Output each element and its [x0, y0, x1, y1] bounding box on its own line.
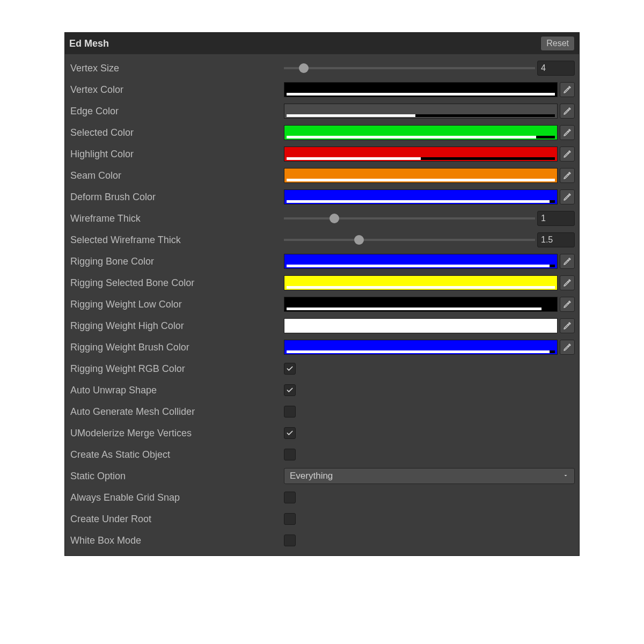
rigging_bone_color-label: Rigging Bone Color — [69, 256, 284, 267]
selected_wireframe_thick-slider[interactable] — [284, 233, 535, 246]
create_under_root-checkbox[interactable] — [284, 513, 296, 525]
wireframe_thick-value[interactable]: 1 — [537, 211, 575, 226]
rigging_weight_rgb-checkbox[interactable] — [284, 363, 296, 375]
selected_wireframe_thick-value[interactable]: 1.5 — [537, 232, 575, 247]
static_option-dropdown-value: Everything — [290, 471, 333, 481]
deform_brush_color-label: Deform Brush Color — [69, 192, 284, 203]
seam_color-label: Seam Color — [69, 170, 284, 181]
always_enable_grid_snap-label: Always Enable Grid Snap — [69, 492, 284, 503]
rigging_weight_rgb-label: Rigging Weight RGB Color — [69, 363, 284, 375]
auto_unwrap_shape-checkbox[interactable] — [284, 384, 296, 396]
rigging_weight_brush_color-eyedropper[interactable] — [560, 340, 575, 355]
selected_color-eyedropper[interactable] — [560, 125, 575, 140]
white_box_mode-checkbox[interactable] — [284, 535, 296, 546]
auto_generate_mesh_collider-label: Auto Generate Mesh Collider — [69, 406, 284, 418]
wireframe_thick-slider[interactable] — [284, 212, 535, 225]
ed-mesh-panel: Ed Mesh Reset Vertex Size 4 Vertex Color… — [64, 32, 580, 556]
create_as_static_object-checkbox[interactable] — [284, 449, 296, 460]
rigging_weight_low_color-swatch[interactable] — [284, 297, 558, 312]
rigging_weight_low_color-label: Rigging Weight Low Color — [69, 299, 284, 310]
rigging_bone_color-swatch[interactable] — [284, 254, 558, 269]
rigging_weight_low_color-eyedropper[interactable] — [560, 297, 575, 312]
vertex_color-label: Vertex Color — [69, 84, 284, 96]
rigging_weight_high_color-eyedropper[interactable] — [560, 318, 575, 333]
rigging_selected_bone_color-label: Rigging Selected Bone Color — [69, 277, 284, 289]
highlight_color-swatch[interactable] — [284, 147, 558, 162]
vertex_size-slider[interactable] — [284, 62, 535, 75]
edge_color-eyedropper[interactable] — [560, 104, 575, 119]
umodelerize_merge_vertices-checkbox[interactable] — [284, 427, 296, 439]
panel-body: Vertex Size 4 Vertex Color Edge Color — [65, 54, 579, 555]
edge_color-swatch[interactable] — [284, 104, 558, 119]
static_option-dropdown[interactable]: Everything — [284, 468, 575, 484]
static_option-label: Static Option — [69, 471, 284, 482]
create_under_root-label: Create Under Root — [69, 514, 284, 525]
rigging_weight_high_color-swatch[interactable] — [284, 318, 558, 333]
vertex_color-eyedropper[interactable] — [560, 82, 575, 97]
panel-header: Ed Mesh Reset — [65, 33, 579, 54]
auto_generate_mesh_collider-checkbox[interactable] — [284, 406, 296, 418]
deform_brush_color-swatch[interactable] — [284, 189, 558, 204]
umodelerize_merge_vertices-label: UModelerize Merge Vertices — [69, 428, 284, 439]
reset-button[interactable]: Reset — [540, 36, 575, 51]
vertex_size-label: Vertex Size — [69, 63, 284, 74]
rigging_bone_color-eyedropper[interactable] — [560, 254, 575, 269]
rigging_weight_brush_color-swatch[interactable] — [284, 340, 558, 355]
vertex_color-swatch[interactable] — [284, 82, 558, 97]
selected_color-label: Selected Color — [69, 127, 284, 138]
highlight_color-label: Highlight Color — [69, 149, 284, 160]
seam_color-swatch[interactable] — [284, 168, 558, 183]
selected_color-swatch[interactable] — [284, 125, 558, 140]
panel-title: Ed Mesh — [69, 38, 109, 49]
highlight_color-eyedropper[interactable] — [560, 147, 575, 162]
selected_wireframe_thick-label: Selected Wireframe Thick — [69, 235, 284, 246]
vertex_size-value[interactable]: 4 — [537, 61, 575, 76]
wireframe_thick-label: Wireframe Thick — [69, 213, 284, 224]
rigging_weight_brush_color-label: Rigging Weight Brush Color — [69, 342, 284, 353]
seam_color-eyedropper[interactable] — [560, 168, 575, 183]
white_box_mode-label: White Box Mode — [69, 535, 284, 546]
create_as_static_object-label: Create As Static Object — [69, 449, 284, 460]
deform_brush_color-eyedropper[interactable] — [560, 189, 575, 204]
rigging_selected_bone_color-eyedropper[interactable] — [560, 275, 575, 290]
rigging_selected_bone_color-swatch[interactable] — [284, 275, 558, 290]
rigging_weight_high_color-label: Rigging Weight High Color — [69, 320, 284, 332]
edge_color-label: Edge Color — [69, 106, 284, 117]
chevron-down-icon — [562, 471, 569, 481]
auto_unwrap_shape-label: Auto Unwrap Shape — [69, 385, 284, 396]
always_enable_grid_snap-checkbox[interactable] — [284, 492, 296, 503]
